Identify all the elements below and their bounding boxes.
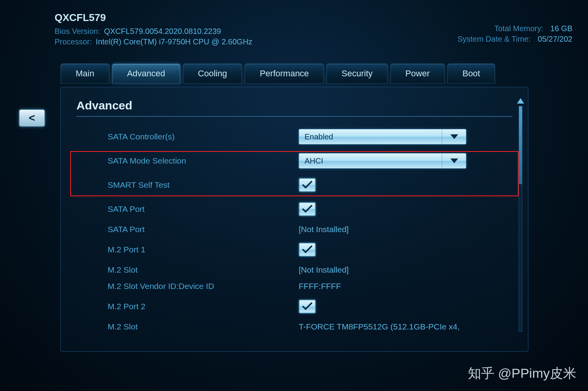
m2-port-1-checkbox[interactable] — [299, 243, 316, 257]
check-icon — [302, 302, 312, 311]
back-button[interactable]: < — [19, 109, 45, 127]
nav-tabs: Main Advanced Cooling Performance Securi… — [60, 63, 588, 84]
smart-self-test-label: SMART Self Test — [108, 180, 299, 190]
tab-main[interactable]: Main — [60, 63, 110, 84]
tab-cooling[interactable]: Cooling — [183, 63, 243, 84]
smart-self-test-checkbox[interactable] — [299, 178, 316, 192]
tab-boot[interactable]: Boot — [447, 63, 495, 84]
m2-port-2-checkbox[interactable] — [299, 299, 316, 314]
tab-advanced[interactable]: Advanced — [112, 63, 181, 84]
scroll-track[interactable] — [519, 106, 522, 332]
processor-label: Processor: — [55, 37, 92, 46]
check-icon — [302, 205, 312, 213]
page-title: Advanced — [76, 99, 512, 117]
sata-port-2-value: [Not Installed] — [299, 225, 349, 234]
total-memory-value: 16 GB — [550, 24, 572, 33]
sata-controllers-dropdown[interactable]: Enabled — [299, 129, 466, 144]
dropdown-value: Enabled — [305, 132, 333, 141]
check-icon — [302, 245, 312, 254]
bios-version-value: QXCFL579.0054.2020.0810.2239 — [104, 27, 221, 36]
bios-version-label: Bios Version: — [55, 27, 100, 36]
chevron-left-icon: < — [29, 112, 35, 124]
scroll-up-icon[interactable] — [517, 98, 524, 104]
sata-port-1-label: SATA Port — [108, 204, 299, 214]
model-name: QXCFL579 — [55, 12, 252, 24]
sata-mode-label: SATA Mode Selection — [108, 156, 299, 166]
advanced-panel: Advanced SATA Controller(s) Enabled SATA… — [60, 87, 528, 352]
sata-controllers-label: SATA Controller(s) — [108, 132, 299, 141]
sata-port-2-label: SATA Port — [108, 225, 299, 234]
sata-port-1-checkbox[interactable] — [299, 202, 316, 216]
m2-vendor-label: M.2 Slot Vendor ID:Device ID — [108, 282, 299, 291]
tab-performance[interactable]: Performance — [244, 63, 324, 84]
dropdown-value: AHCI — [305, 157, 323, 166]
chevron-down-icon — [450, 159, 458, 163]
processor-value: Intel(R) Core(TM) i7-9750H CPU @ 2.60GHz — [96, 37, 253, 46]
watermark: 知乎 @PPimy皮米 — [468, 365, 576, 382]
tab-power[interactable]: Power — [390, 63, 445, 84]
tab-security[interactable]: Security — [326, 63, 388, 84]
check-icon — [302, 181, 312, 189]
m2-port-1-label: M.2 Port 1 — [108, 245, 299, 254]
scroll-thumb[interactable] — [519, 106, 522, 184]
total-memory-label: Total Memory: — [494, 24, 544, 33]
scrollbar[interactable] — [517, 98, 524, 340]
chevron-down-icon — [450, 134, 458, 139]
sata-mode-dropdown[interactable]: AHCI — [299, 153, 466, 169]
m2-slot-1-label: M.2 Slot — [108, 265, 299, 275]
m2-slot-1-value: [Not Installed] — [299, 265, 349, 275]
m2-slot-2-value: T-FORCE TM8FP5512G (512.1GB-PCIe x4, — [299, 322, 460, 331]
system-datetime-label: System Date & Time: — [457, 35, 531, 44]
m2-port-2-label: M.2 Port 2 — [108, 302, 299, 311]
system-datetime-value: 05/27/202 — [538, 35, 572, 44]
m2-slot-2-label: M.2 Slot — [108, 322, 299, 331]
m2-vendor-value: FFFF:FFFF — [299, 282, 341, 291]
